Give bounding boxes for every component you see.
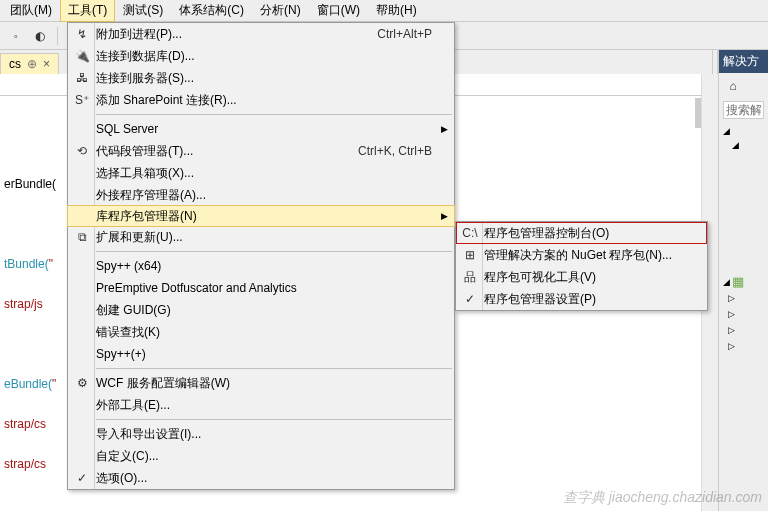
tree-item[interactable]: ▷	[723, 322, 764, 338]
nav-forward-icon[interactable]: ◐	[30, 26, 50, 46]
menu-item-label: 附加到进程(P)...	[96, 26, 357, 43]
solution-header: 解决方	[719, 50, 768, 73]
menu-item-label: Spy++ (x64)	[96, 259, 432, 273]
tab-label: cs	[9, 57, 21, 71]
tree-item[interactable]: ◢	[723, 125, 764, 137]
watermark: 查字典 jiaocheng.chazidian.com	[563, 489, 762, 507]
collapse-icon: ◢	[732, 140, 739, 150]
expand-icon: ▷	[728, 341, 735, 351]
solution-tree: ◢ ◢ ◢▦ ▷ ▷ ▷ ▷	[719, 121, 768, 358]
menu-item-label: PreEmptive Dotfuscator and Analytics	[96, 281, 432, 295]
menu-item-label: 创建 GUID(G)	[96, 302, 432, 319]
menu-item[interactable]: 外部工具(E)...	[68, 394, 454, 416]
tree-item[interactable]: ◢▦	[723, 273, 764, 290]
menu-item-label: 选项(O)...	[96, 470, 432, 487]
tree-item[interactable]: ▷	[723, 306, 764, 322]
solution-explorer: 解决方 ⌂ ◢ ◢ ◢▦ ▷ ▷ ▷ ▷	[718, 50, 768, 511]
menu-separator	[96, 419, 452, 420]
menu-item[interactable]: ⚙WCF 服务配置编辑器(W)	[68, 372, 454, 394]
tab-pin-icon[interactable]: ⊕	[27, 57, 37, 71]
solution-toolbar: ⌂	[719, 73, 768, 99]
folder-icon: ▦	[732, 274, 744, 289]
editor-tab[interactable]: cs ⊕ ×	[0, 53, 59, 74]
menu-item[interactable]: 🖧连接到服务器(S)...	[68, 67, 454, 89]
menu-item-icon: ↯	[68, 27, 96, 41]
menu-item[interactable]: 错误查找(K)	[68, 321, 454, 343]
menu-item-label: 自定义(C)...	[96, 448, 432, 465]
menu-item-label: 管理解决方案的 NuGet 程序包(N)...	[484, 247, 685, 264]
menu-item[interactable]: C:\程序包管理器控制台(O)	[456, 222, 707, 244]
menu-item-icon: 🔌	[68, 49, 96, 63]
menu-item[interactable]: ↯附加到进程(P)...Ctrl+Alt+P	[68, 23, 454, 45]
tab-close-icon[interactable]: ×	[43, 57, 50, 71]
menu-item-label: 添加 SharePoint 连接(R)...	[96, 92, 432, 109]
menu-item-label: WCF 服务配置编辑器(W)	[96, 375, 432, 392]
menu-item-label: 外接程序管理器(A)...	[96, 187, 432, 204]
menu-item[interactable]: 外接程序管理器(A)...	[68, 184, 454, 206]
collapse-icon: ◢	[723, 126, 730, 136]
toolbar-separator	[57, 27, 58, 45]
menu-item-icon: ✓	[456, 292, 484, 306]
menu-item[interactable]: ⧉扩展和更新(U)...	[68, 226, 454, 248]
tree-item[interactable]: ◢	[723, 137, 764, 153]
menu-item-label: 代码段管理器(T)...	[96, 143, 338, 160]
solution-search-input[interactable]	[723, 101, 764, 119]
expand-icon: ▷	[728, 293, 735, 303]
menu-item[interactable]: Spy++(+)	[68, 343, 454, 365]
menu-item-label: SQL Server	[96, 122, 432, 136]
menu-item-icon: ⊞	[456, 248, 484, 262]
menu-item[interactable]: 库程序包管理器(N)▶	[67, 205, 455, 227]
menu-separator	[96, 368, 452, 369]
menu-item[interactable]: 选择工具箱项(X)...	[68, 162, 454, 184]
menu-tools[interactable]: 工具(T)	[60, 0, 115, 22]
menu-item[interactable]: ✓选项(O)...	[68, 467, 454, 489]
tree-item[interactable]: ▷	[723, 338, 764, 354]
menu-item[interactable]: 🔌连接到数据库(D)...	[68, 45, 454, 67]
nav-back-icon[interactable]: ◦	[6, 26, 26, 46]
menu-separator	[96, 251, 452, 252]
solution-search-row	[719, 99, 768, 121]
menu-item[interactable]: ✓程序包管理器设置(P)	[456, 288, 707, 310]
menu-item-icon: C:\	[456, 226, 484, 240]
menu-item[interactable]: SQL Server▶	[68, 118, 454, 140]
menu-item-label: 选择工具箱项(X)...	[96, 165, 432, 182]
menu-team[interactable]: 团队(M)	[2, 0, 60, 22]
menu-test[interactable]: 测试(S)	[115, 0, 171, 22]
menu-item-icon: 🖧	[68, 71, 96, 85]
menu-item-label: 程序包可视化工具(V)	[484, 269, 685, 286]
menu-item-icon: ⚙	[68, 376, 96, 390]
menu-item-icon: ⧉	[68, 230, 96, 244]
menubar: 团队(M) 工具(T) 测试(S) 体系结构(C) 分析(N) 窗口(W) 帮助…	[0, 0, 768, 22]
menu-item[interactable]: Spy++ (x64)	[68, 255, 454, 277]
menu-item-label: 程序包管理器设置(P)	[484, 291, 685, 308]
tools-dropdown-menu: ↯附加到进程(P)...Ctrl+Alt+P🔌连接到数据库(D)...🖧连接到服…	[67, 22, 455, 490]
menu-analyze[interactable]: 分析(N)	[252, 0, 309, 22]
menu-architecture[interactable]: 体系结构(C)	[171, 0, 252, 22]
menu-item-label: 导入和导出设置(I)...	[96, 426, 432, 443]
expand-icon: ▷	[728, 325, 735, 335]
menu-item[interactable]: ⊞管理解决方案的 NuGet 程序包(N)...	[456, 244, 707, 266]
menu-item-label: Spy++(+)	[96, 347, 432, 361]
menu-item[interactable]: 自定义(C)...	[68, 445, 454, 467]
menu-item[interactable]: 导入和导出设置(I)...	[68, 423, 454, 445]
tree-item[interactable]: ▷	[723, 290, 764, 306]
nuget-submenu: C:\程序包管理器控制台(O)⊞管理解决方案的 NuGet 程序包(N)...品…	[455, 221, 708, 311]
menu-help[interactable]: 帮助(H)	[368, 0, 425, 22]
menu-item[interactable]: S⁺添加 SharePoint 连接(R)...	[68, 89, 454, 111]
menu-item-label: 连接到数据库(D)...	[96, 48, 432, 65]
menu-item[interactable]: PreEmptive Dotfuscator and Analytics	[68, 277, 454, 299]
menu-window[interactable]: 窗口(W)	[309, 0, 368, 22]
sol-home-icon[interactable]: ⌂	[723, 76, 743, 96]
editor-overview-ruler[interactable]	[695, 98, 701, 128]
submenu-arrow-icon: ▶	[441, 211, 448, 221]
expand-icon: ▷	[728, 309, 735, 319]
menu-item-icon: ⟲	[68, 144, 96, 158]
menu-item[interactable]: 创建 GUID(G)	[68, 299, 454, 321]
menu-item-label: 扩展和更新(U)...	[96, 229, 432, 246]
menu-item-shortcut: Ctrl+K, Ctrl+B	[338, 144, 432, 158]
submenu-arrow-icon: ▶	[441, 124, 448, 134]
menu-item[interactable]: 品程序包可视化工具(V)	[456, 266, 707, 288]
menu-item-shortcut: Ctrl+Alt+P	[357, 27, 432, 41]
menu-separator	[96, 114, 452, 115]
menu-item[interactable]: ⟲代码段管理器(T)...Ctrl+K, Ctrl+B	[68, 140, 454, 162]
